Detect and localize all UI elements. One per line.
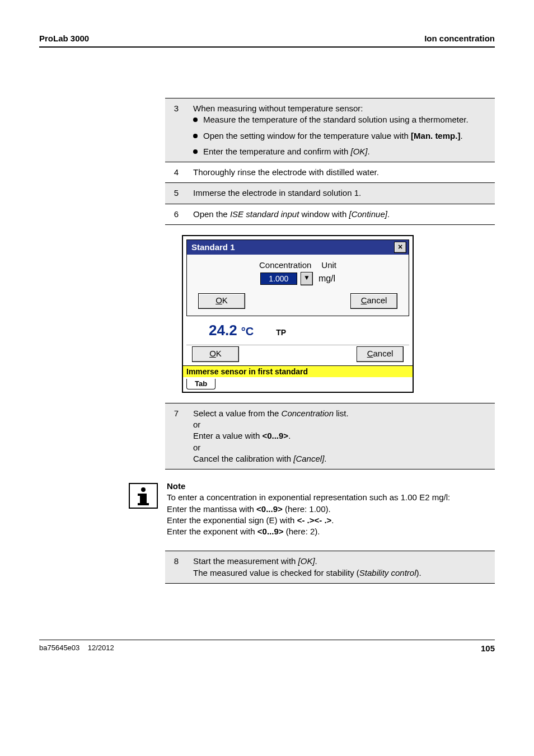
text: Enter the exponent with — [167, 527, 257, 536]
note-line-4: Enter the exponent with <0...9> (here: 2… — [167, 526, 450, 537]
step-7-line-1: Select a value from the Concentration li… — [193, 408, 489, 419]
outer-cancel-button[interactable]: Cancel — [357, 346, 404, 362]
step-7-line-2: or — [193, 419, 489, 430]
temp-number: 24.2 — [209, 322, 241, 339]
steps-table-3: 8 Start the measurement with [OK]. The m… — [165, 551, 495, 584]
text: . — [331, 515, 334, 525]
text: . — [460, 131, 462, 140]
text: The measured value is checked for stabil… — [193, 568, 359, 577]
text: window with — [299, 209, 349, 219]
step-7-line-4: or — [193, 442, 489, 453]
concentration-label: Concentration — [259, 260, 311, 270]
unit-value: mg/l — [318, 274, 335, 284]
step-8-cell: Start the measurement with [OK]. The mea… — [190, 551, 495, 584]
window-name: ISE standard input — [230, 209, 299, 219]
ok-ref: [OK] — [350, 147, 367, 156]
text: Open the setting window for the temperat… — [203, 131, 411, 140]
step-number: 3 — [165, 98, 190, 162]
text: Enter the exponential sign (E) with — [167, 515, 297, 525]
step-7-line-5: Cancel the calibration with [Cancel]. — [193, 453, 489, 464]
step-number: 7 — [165, 403, 190, 469]
note-line-2: Enter the mantissa with <0...9> (here: 1… — [167, 504, 450, 515]
dialog-title: Standard 1 — [191, 242, 235, 252]
steps-table-2: 7 Select a value from the Concentration … — [165, 403, 495, 469]
note-title: Note — [167, 481, 450, 492]
step-number: 5 — [165, 183, 190, 204]
text: ancel — [373, 349, 393, 358]
ok-ref: [OK] — [298, 556, 315, 566]
step-7-cell: Select a value from the Concentration li… — [190, 403, 495, 469]
tp-label: TP — [276, 328, 286, 337]
text: Enter the mantissa with — [167, 504, 256, 514]
step-number: 4 — [165, 162, 190, 183]
inner-cancel-button[interactable]: Cancel — [350, 293, 397, 309]
page-header: ProLab 3000 Ion concentration — [39, 34, 495, 43]
temperature-value: 24.2 °C — [209, 322, 254, 339]
text: (here: 2). — [284, 527, 320, 536]
page-footer: ba75645e03 12/2012 105 — [39, 644, 495, 653]
mnemonic: O — [216, 295, 222, 305]
step-5-text: Immerse the electrode in standard soluti… — [190, 183, 495, 204]
key-range: <0...9> — [262, 431, 288, 440]
mnemonic: C — [361, 295, 367, 305]
concentration-input[interactable]: 1.000 — [260, 273, 297, 285]
text: . — [315, 556, 317, 566]
key-range: <0...9> — [257, 527, 284, 536]
unit-label: Unit — [321, 260, 336, 270]
step-3-bullet-1: Measure the temperature of the standard … — [193, 114, 489, 125]
step-3-bullet-2: Open the setting window for the temperat… — [193, 130, 489, 142]
unit-dropdown-button[interactable]: ▼ — [301, 272, 313, 285]
outer-ok-button[interactable]: OK — [192, 346, 239, 362]
tab-bar: Tab — [183, 377, 413, 392]
note-line-1: To enter a concentration in exponential … — [167, 492, 450, 503]
text: Enter a value with — [193, 431, 262, 440]
text: (here: 1.00). — [283, 504, 331, 514]
text: Open the — [193, 209, 230, 219]
temperature-display: 24.2 °C TP — [186, 320, 409, 341]
text: . — [367, 147, 369, 156]
text: Select a value from the — [193, 408, 282, 418]
text: ancel — [367, 295, 387, 305]
text: K — [222, 295, 228, 305]
header-rule — [39, 46, 495, 48]
mnemonic: O — [209, 349, 216, 358]
continue-ref: [Continue] — [349, 209, 387, 219]
footer-rule — [39, 640, 495, 640]
doc-date: 12/2012 — [88, 644, 114, 652]
step-number: 8 — [165, 551, 190, 584]
step-7-line-3: Enter a value with <0...9>. — [193, 430, 489, 442]
header-right: Ion concentration — [424, 34, 495, 43]
status-bar: Immerse sensor in first standard — [183, 365, 413, 377]
tab-control[interactable]: Tab — [186, 379, 216, 389]
header-left: ProLab 3000 — [39, 34, 89, 43]
steps-table-1: 3 When measuring without temperature sen… — [165, 98, 495, 225]
man-temp: [Man. temp.] — [411, 131, 460, 140]
text: . — [324, 454, 326, 463]
step-8-line-1: Start the measurement with [OK]. — [193, 556, 489, 567]
text: Start the measurement with — [193, 556, 298, 566]
step-8-line-2: The measured value is checked for stabil… — [193, 567, 489, 579]
mnemonic: C — [367, 349, 373, 358]
text: . — [288, 431, 291, 440]
text: list. — [334, 408, 349, 418]
standard-1-dialog: Standard 1 × Concentration Unit 1.000 ▼ … — [186, 240, 409, 316]
cancel-ref: [Cancel] — [293, 454, 324, 463]
list-name: Concentration — [282, 408, 334, 418]
step-6-text: Open the ISE standard input window with … — [190, 204, 495, 224]
screenshot-dialog: Standard 1 × Concentration Unit 1.000 ▼ … — [182, 235, 414, 393]
temp-unit: °C — [241, 325, 254, 337]
step-number: 6 — [165, 204, 190, 224]
close-icon[interactable]: × — [394, 242, 406, 253]
doc-id: ba75645e03 — [39, 644, 79, 652]
dialog-titlebar: Standard 1 × — [187, 240, 409, 255]
inner-ok-button[interactable]: OK — [198, 293, 245, 309]
text: Cancel the calibration with — [193, 454, 293, 463]
page-number: 105 — [481, 644, 495, 653]
info-icon — [129, 483, 158, 509]
stability-ref: Stability control — [359, 568, 416, 577]
footer-left: ba75645e03 12/2012 — [39, 644, 114, 653]
note-text: Note To enter a concentration in exponen… — [167, 481, 450, 537]
step-3-intro: When measuring without temperature senso… — [193, 103, 489, 114]
step-4-text: Thoroughly rinse the electrode with dist… — [190, 162, 495, 183]
step-3-cell: When measuring without temperature senso… — [190, 98, 495, 162]
